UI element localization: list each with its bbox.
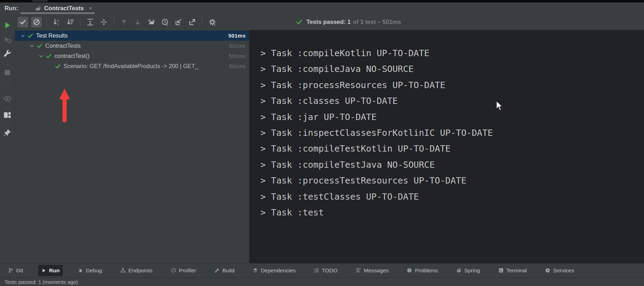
toolwindow-profiler[interactable]: Profiler — [168, 265, 199, 276]
collapse-all-button[interactable] — [99, 17, 109, 27]
tree-row-label: Test Results — [36, 32, 68, 39]
run-play-icon — [41, 268, 46, 273]
window-top-strip — [0, 0, 644, 2]
tree-row-duration: 501ms — [229, 53, 249, 59]
expand-all-button[interactable] — [85, 17, 95, 27]
toolwindow-build[interactable]: Build — [211, 265, 238, 276]
toolwindow-run[interactable]: Run — [38, 265, 63, 276]
pin-icon[interactable] — [3, 128, 12, 137]
chevron-down-icon[interactable] — [18, 33, 27, 38]
svg-text:z: z — [57, 22, 59, 26]
status-bar: Tests passed: 1 (moments ago) — [0, 277, 644, 286]
problems-icon — [407, 268, 412, 273]
console-line: > Task :compileKotlin UP-TO-DATE — [260, 45, 644, 61]
sort-by-duration-button[interactable] — [65, 17, 75, 27]
stop-button[interactable] — [3, 68, 12, 77]
tree-row-test-results[interactable]: Test Results 501ms — [15, 31, 249, 41]
annotation-arrow-up — [59, 88, 70, 122]
rail-separator — [4, 125, 11, 126]
toolwindow-label: Terminal — [506, 267, 527, 274]
next-occurrence-button[interactable] — [132, 17, 143, 27]
toolwindow-todo[interactable]: TODO — [311, 265, 341, 276]
test-results-tree: Test Results 501ms ContractTests 501ms c… — [15, 30, 249, 263]
gradle-icon — [34, 5, 41, 12]
profiler-gauge-icon — [171, 268, 176, 273]
toolwindow-label: Dependencies — [261, 267, 296, 274]
check-icon — [36, 43, 43, 49]
toolwindow-problems[interactable]: Problems — [404, 265, 441, 276]
chevron-down-icon[interactable] — [27, 44, 36, 48]
endpoints-icon — [120, 268, 126, 273]
previous-occurrence-button[interactable] — [119, 17, 129, 27]
hammer-icon — [214, 268, 220, 273]
bug-icon — [78, 268, 83, 273]
check-icon — [27, 33, 34, 39]
tree-row-label: Scenario: GET /findAvailableProducts -> … — [64, 63, 198, 69]
run-tab-bar: Run: ContractTests × — [0, 2, 644, 14]
toolwindow-label: Problems — [415, 267, 438, 274]
test-history-button[interactable] — [160, 17, 170, 27]
toolbar-separator — [202, 18, 203, 27]
toolwindow-endpoints[interactable]: Endpoints — [117, 265, 156, 276]
toolwindow-messages[interactable]: Messages — [353, 265, 392, 276]
terminal-icon — [498, 268, 504, 273]
toolwindow-label: Endpoints — [128, 267, 153, 274]
tree-row-contracttest[interactable]: contractTest() 501ms — [15, 51, 249, 61]
toolwindow-label: Git — [16, 267, 23, 274]
arrow-up-icon — [120, 19, 127, 26]
toolbar-separator — [46, 18, 47, 27]
toolwindow-label: Services — [553, 267, 574, 274]
settings-button[interactable] — [207, 17, 218, 27]
rerun-button[interactable] — [3, 21, 12, 29]
export-test-results-button[interactable] — [187, 17, 198, 27]
sort-duration-icon — [66, 18, 74, 26]
check-icon — [55, 63, 61, 69]
status-message: Tests passed: 1 (moments ago) — [5, 279, 78, 285]
tree-row-contracttests[interactable]: ContractTests 501ms — [15, 41, 249, 51]
rail-separator — [4, 64, 11, 65]
console-line: > Task :compileTestKotlin UP-TO-DATE — [260, 141, 644, 157]
tab-title: ContractTests — [44, 5, 84, 12]
tab-close-icon[interactable]: × — [89, 5, 92, 12]
check-icon — [46, 53, 52, 59]
rerun-failed-tests-button[interactable] — [3, 35, 12, 44]
toolwindow-debug[interactable]: Debug — [75, 265, 105, 276]
toolwindow-git[interactable]: Git — [5, 265, 26, 276]
summary-detail: of 1 test – 501ms — [353, 19, 401, 25]
import-test-results-button[interactable] — [173, 17, 184, 27]
chevron-down-icon[interactable] — [36, 54, 46, 59]
run-window-left-rail — [0, 14, 15, 263]
toolwindow-services[interactable]: Services — [542, 265, 577, 276]
console-line: > Task :classes UP-TO-DATE — [260, 93, 644, 109]
eye-icon[interactable] — [3, 95, 12, 103]
toolwindow-dependencies[interactable]: Dependencies — [250, 265, 299, 276]
tree-row-duration: 501ms — [229, 43, 249, 49]
tree-row-scenario[interactable]: Scenario: GET /findAvailableProducts -> … — [15, 61, 249, 71]
show-passed-button[interactable] — [18, 17, 28, 27]
toolwindow-label: Run — [49, 267, 60, 274]
show-ignored-button[interactable] — [31, 17, 42, 27]
spring-leaf-icon — [456, 268, 462, 273]
rerun-with-gradle-button[interactable] — [146, 17, 157, 27]
sort-alphabetically-button[interactable]: az — [51, 17, 62, 27]
tree-row-duration: 501ms — [228, 33, 249, 39]
console-line: > Task :processTestResources UP-TO-DATE — [260, 173, 644, 188]
wrench-icon[interactable] — [3, 49, 12, 58]
toolwindow-terminal[interactable]: Terminal — [495, 265, 530, 276]
console-output[interactable]: > Task :compileKotlin UP-TO-DATE > Task … — [249, 30, 644, 263]
toolwindow-label: Debug — [86, 267, 102, 274]
run-tool-window: Run: ContractTests × az — [0, 0, 644, 286]
collapse-all-icon — [100, 18, 108, 26]
gradle-rerun-icon — [147, 18, 155, 26]
rail-separator — [4, 87, 11, 87]
layers-icon — [253, 268, 258, 273]
console-line: > Task :inspectClassesForKotlinIC UP-TO-… — [260, 125, 644, 141]
console-line: > Task :testClasses UP-TO-DATE — [260, 189, 644, 205]
toolwindow-label: Messages — [364, 267, 389, 274]
toolbar-separator — [114, 18, 114, 27]
console-line: > Task :jar UP-TO-DATE — [260, 109, 644, 125]
check-icon — [19, 19, 26, 26]
mouse-cursor — [496, 100, 504, 112]
toolwindow-spring[interactable]: Spring — [453, 265, 483, 276]
layout-icon[interactable] — [3, 111, 12, 119]
